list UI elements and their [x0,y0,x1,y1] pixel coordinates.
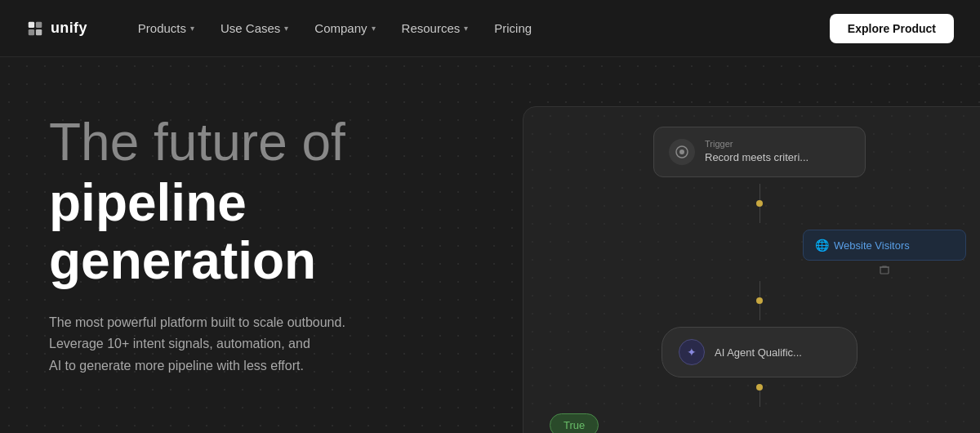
trigger-icon [669,139,695,165]
svg-rect-2 [29,29,34,34]
connector-line-5 [760,391,760,407]
connector-line-1 [760,184,760,200]
connector-dot-2 [756,297,763,304]
workflow-panel: Trigger Record meets criteri... 🌐 Websit… [523,106,980,433]
ai-agent-label: AI Agent Qualific... [715,346,802,359]
nav-pricing[interactable]: Pricing [483,15,543,42]
logo-text: unify [51,20,87,37]
hero-subtitle: The most powerful platform built to scal… [49,312,408,377]
website-visitors-row: 🌐 Website Visitors [537,230,980,281]
nav-use-cases-label: Use Cases [220,21,280,35]
ai-star-icon: ✦ [679,339,705,365]
trigger-label: Trigger [705,139,808,149]
logo-link[interactable]: unify [26,20,87,38]
trigger-row: Trigger Record meets criteri... [653,127,866,177]
svg-rect-0 [29,21,34,27]
nav-products[interactable]: Products ▾ [127,15,206,42]
svg-rect-1 [36,21,42,27]
connector-line-4 [760,304,760,320]
nav-company[interactable]: Company ▾ [303,15,386,42]
trigger-node: Trigger Record meets criteri... [653,127,866,177]
chevron-down-icon: ▾ [190,24,194,33]
chevron-down-icon: ▾ [284,24,288,33]
hero-title-light: The future of [49,114,506,171]
nav-resources-label: Resources [402,21,461,35]
navbar: unify Products ▾ Use Cases ▾ Company ▾ R… [0,0,980,57]
ai-agent-node: ✦ AI Agent Qualific... [662,327,858,377]
nav-company-label: Company [314,21,367,35]
true-badge-row: True [537,413,980,433]
chevron-down-icon: ▾ [372,24,376,33]
globe-icon: 🌐 [815,239,829,252]
subtitle-line2: Leverage 10+ intent signals, automation,… [49,337,310,350]
hero-content: The future of pipeline generation The mo… [0,57,555,433]
nav-links: Products ▾ Use Cases ▾ Company ▾ Resourc… [127,15,830,42]
subtitle-line1: The most powerful platform built to scal… [49,315,345,329]
website-visitors-label: Website Visitors [834,239,910,252]
ai-agent-row: ✦ AI Agent Qualific... [662,327,858,377]
website-visitors-node[interactable]: 🌐 Website Visitors [803,230,966,261]
hero-title-bold: pipeline generation [49,174,506,289]
connector-dot-3 [756,384,763,391]
trigger-text: Trigger Record meets criteri... [705,139,808,163]
svg-rect-6 [880,267,889,274]
nav-products-label: Products [138,21,186,35]
svg-point-5 [679,150,684,154]
trigger-value: Record meets criteri... [705,151,808,163]
workflow-inner: Trigger Record meets criteri... 🌐 Websit… [523,107,980,433]
subtitle-line3: AI to generate more pipeline with less e… [49,359,304,373]
explore-product-button[interactable]: Explore Product [830,14,954,43]
connector-dot-1 [756,200,763,207]
main-section: The future of pipeline generation The mo… [0,57,980,433]
svg-rect-3 [36,29,42,34]
ai-connector-row [756,384,763,391]
nav-pricing-label: Pricing [494,21,532,35]
true-badge: True [550,413,599,433]
chevron-down-icon: ▾ [464,24,468,33]
nav-resources[interactable]: Resources ▾ [390,15,480,42]
trash-icon-1 [803,261,966,281]
connector-line-2 [760,207,760,223]
logo-icon [26,20,44,38]
connector-line-3 [760,281,760,297]
nav-use-cases[interactable]: Use Cases ▾ [209,15,300,42]
